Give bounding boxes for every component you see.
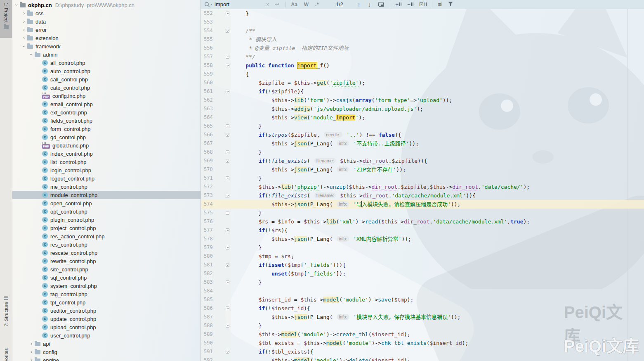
- tree-item-sql-control-php[interactable]: csql_control.php: [12, 273, 201, 282]
- tree-item-upload-control-php[interactable]: cupload_control.php: [12, 323, 201, 331]
- code-line-561: 561 if(!$zipfile){: [201, 87, 644, 96]
- next-match-button[interactable]: ↓: [368, 1, 371, 8]
- tree-item-css[interactable]: ›css: [12, 9, 201, 17]
- chevron-right-icon[interactable]: ›: [28, 348, 35, 356]
- tree-item-res-control-php[interactable]: cres_control.php: [12, 240, 201, 249]
- tree-item-update-control-php[interactable]: cupdate_control.php: [12, 315, 201, 323]
- tool-button-structure[interactable]: 7: Structure: [0, 296, 12, 326]
- tree-item-admin[interactable]: ›admin: [12, 50, 201, 59]
- chevron-right-icon[interactable]: ›: [28, 356, 35, 361]
- search-icon[interactable]: ▾: [204, 2, 212, 7]
- chevron-down-icon[interactable]: ›: [12, 2, 21, 8]
- tree-item-tag-control-php[interactable]: ctag_control.php: [12, 290, 201, 298]
- fold-marker[interactable]: [224, 148, 231, 157]
- fold-marker[interactable]: [224, 61, 231, 70]
- words-toggle[interactable]: W: [304, 2, 309, 7]
- fold-marker[interactable]: [224, 52, 231, 61]
- fold-marker[interactable]: [224, 9, 231, 18]
- tree-item-engine[interactable]: ›engine: [12, 356, 201, 361]
- tree-item-config[interactable]: ›config: [12, 348, 201, 356]
- fold-marker[interactable]: [224, 131, 231, 139]
- chevron-down-icon[interactable]: ›: [27, 51, 35, 58]
- divider: [285, 2, 285, 7]
- tree-item-logout-control-php[interactable]: clogout_control.php: [12, 174, 201, 183]
- search-history-chevron-icon[interactable]: ▾: [210, 2, 212, 6]
- chevron-down-icon[interactable]: ›: [20, 43, 28, 50]
- add-occurrence-button[interactable]: +: [396, 1, 402, 7]
- newline-icon[interactable]: ↩: [275, 1, 280, 7]
- tree-item-system-control-php[interactable]: csystem_control.php: [12, 282, 201, 290]
- fold-marker[interactable]: [224, 122, 231, 131]
- clear-search-icon[interactable]: ×: [266, 1, 269, 7]
- tree-item-res-action-control-php[interactable]: cres_action_control.php: [12, 232, 201, 240]
- fold-marker[interactable]: [224, 261, 231, 269]
- fold-marker[interactable]: [224, 26, 231, 35]
- tool-button-favorites[interactable]: Favorites: [0, 348, 12, 361]
- chevron-right-icon[interactable]: ›: [28, 340, 35, 348]
- tree-item-gd-control-php[interactable]: cgd_control.php: [12, 133, 201, 141]
- tree-item-me-control-php[interactable]: cme_control.php: [12, 183, 201, 191]
- tree-item-fields-control-php[interactable]: cfields_control.php: [12, 116, 201, 125]
- search-input[interactable]: import: [215, 1, 263, 7]
- chevron-right-icon[interactable]: ›: [21, 9, 27, 17]
- fold-marker[interactable]: [224, 347, 231, 356]
- fold-marker[interactable]: [224, 157, 231, 165]
- chevron-right-icon[interactable]: ›: [21, 26, 27, 34]
- previous-match-button[interactable]: ↑: [358, 1, 361, 8]
- regex-toggle[interactable]: .*: [315, 2, 318, 7]
- fold-marker[interactable]: [224, 278, 231, 287]
- tree-item-config-inc-php[interactable]: PHPconfig.inc.php: [12, 92, 201, 100]
- open-in-find-window-button[interactable]: [378, 2, 384, 7]
- fold-marker[interactable]: [224, 87, 231, 96]
- select-all-occurrences-button[interactable]: ☑: [419, 2, 427, 7]
- match-case-toggle[interactable]: Aa: [291, 2, 297, 7]
- tool-button-project[interactable]: 1: Project: [0, 0, 12, 38]
- gutter-space: [224, 287, 231, 295]
- tree-item-form-control-php[interactable]: cform_control.php: [12, 125, 201, 133]
- tree-item-api[interactable]: ›api: [12, 340, 201, 348]
- tree-item-list-control-php[interactable]: clist_control.php: [12, 158, 201, 166]
- tree-item-cate-control-php[interactable]: ccate_control.php: [12, 83, 201, 92]
- fold-marker[interactable]: [224, 304, 231, 313]
- tree-item-rewrite-control-php[interactable]: crewrite_control.php: [12, 257, 201, 265]
- tree-item-project-control-php[interactable]: cproject_control.php: [12, 224, 201, 232]
- tree-item-ext-control-php[interactable]: cext_control.php: [12, 108, 201, 116]
- filter-icon[interactable]: [448, 1, 453, 7]
- tree-item-opt-control-php[interactable]: copt_control.php: [12, 207, 201, 216]
- tree-item-label: framework: [35, 43, 61, 50]
- remove-occurrence-button[interactable]: −: [407, 1, 413, 7]
- tree-item-data[interactable]: ›data: [12, 17, 201, 26]
- tree-item-ueditor-control-php[interactable]: cueditor_control.php: [12, 306, 201, 315]
- chevron-right-icon[interactable]: ›: [21, 34, 27, 42]
- tree-item-framework[interactable]: ›framework: [12, 42, 201, 50]
- tree-item-all-control-php[interactable]: call_control.php: [12, 59, 201, 67]
- fold-marker[interactable]: [224, 209, 231, 217]
- chevron-right-icon[interactable]: ›: [21, 17, 27, 26]
- code-area[interactable]: 552 }553554 /**555 * 模块导入556 * @变量 zipfi…: [201, 9, 644, 361]
- tree-item-tpl-control-php[interactable]: ctpl_control.php: [12, 298, 201, 306]
- fold-marker[interactable]: [224, 243, 231, 252]
- tree-item-call-control-php[interactable]: ccall_control.php: [12, 75, 201, 83]
- fold-marker[interactable]: [224, 191, 231, 200]
- line-number: 590: [201, 339, 224, 347]
- tree-item-auto-control-php[interactable]: cauto_control.php: [12, 67, 201, 75]
- tree-item-error[interactable]: ›error: [12, 26, 201, 34]
- tree-item-index-control-php[interactable]: cindex_control.php: [12, 150, 201, 158]
- tree-item-plugin-control-php[interactable]: cplugin_control.php: [12, 216, 201, 224]
- tree-item-email-control-php[interactable]: cemail_control.php: [12, 100, 201, 108]
- fold-marker[interactable]: [224, 321, 231, 330]
- tree-item-root[interactable]: › okphp.cn D:\phpstudy_pro\WWW\okphp.cn: [12, 1, 201, 9]
- tree-item-extension[interactable]: ›extension: [12, 34, 201, 42]
- php-class-icon: c: [42, 250, 48, 256]
- tree-item-global-func-php[interactable]: PHPglobal.func.php: [12, 141, 201, 150]
- fold-marker[interactable]: [224, 226, 231, 235]
- tree-item-login-control-php[interactable]: clogin_control.php: [12, 166, 201, 174]
- tree-item-user-control-php[interactable]: cuser_control.php: [12, 331, 201, 340]
- tree-item-rescate-control-php[interactable]: crescate_control.php: [12, 249, 201, 257]
- fold-marker[interactable]: [224, 174, 231, 183]
- tree-item-site-control-php[interactable]: csite_control.php: [12, 265, 201, 273]
- tree-item-module-control-php[interactable]: cmodule_control.php: [12, 191, 201, 199]
- php-class-icon: c: [42, 283, 48, 289]
- tree-item-open-control-php[interactable]: copen_control.php: [12, 199, 201, 207]
- filter-search-lines-button[interactable]: ≡I: [438, 2, 441, 7]
